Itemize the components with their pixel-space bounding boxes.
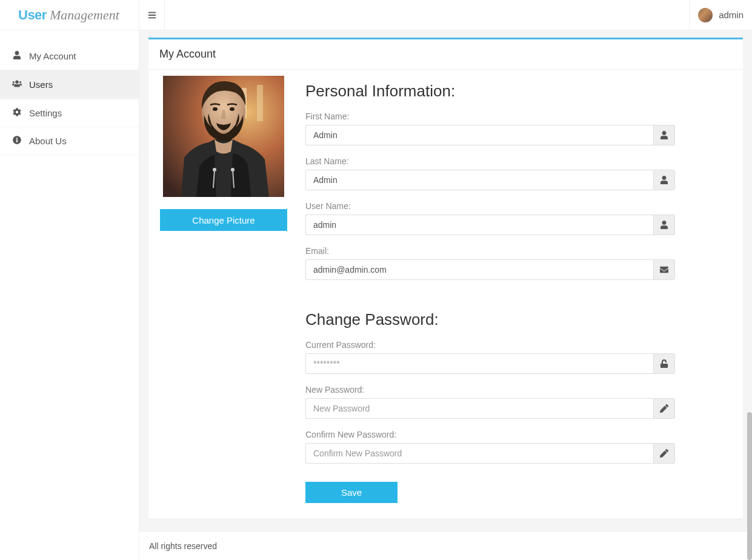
first-name-label: First Name:	[305, 112, 675, 121]
user-icon	[11, 51, 23, 61]
avatar-small	[698, 8, 713, 22]
unlock-icon	[653, 353, 675, 374]
sidebar-item-about-us[interactable]: About Us	[0, 127, 139, 155]
svg-point-8	[213, 107, 218, 111]
last-name-label: Last Name:	[305, 156, 675, 166]
page-title: My Account	[148, 39, 743, 70]
panel-body: Change Picture Personal Information: Fir…	[148, 70, 743, 519]
info-icon	[11, 136, 23, 146]
form-group-last-name: Last Name:	[305, 156, 675, 190]
form-group-confirm-password: Confirm New Password:	[305, 430, 675, 464]
form-column: Personal Information: First Name: Last N…	[305, 76, 675, 503]
sidebar-item-settings[interactable]: Settings	[0, 99, 139, 127]
form-group-email: Email:	[305, 246, 675, 280]
save-button[interactable]: Save	[305, 482, 398, 503]
new-password-label: New Password:	[305, 385, 675, 395]
form-group-first-name: First Name:	[305, 112, 675, 145]
section-personal-info-title: Personal Information:	[305, 82, 675, 101]
logo-user: User	[18, 7, 47, 23]
sidebar-item-label: My Account	[29, 51, 76, 61]
user-icon	[653, 170, 675, 190]
first-name-input[interactable]	[305, 125, 653, 145]
topbar: admin	[139, 0, 752, 30]
main-content: My Account	[139, 30, 752, 560]
current-password-input[interactable]	[305, 353, 653, 374]
footer-text: All rights reserved	[149, 541, 217, 551]
sidebar-item-label: Settings	[29, 108, 62, 118]
sidebar-item-label: About Us	[29, 136, 67, 146]
logo[interactable]: User Management	[0, 0, 139, 30]
pencil-icon	[653, 443, 675, 464]
nav-menu: My Account Users Settings About Us	[0, 30, 139, 155]
footer: All rights reserved	[139, 531, 752, 560]
menu-toggle-button[interactable]	[139, 0, 165, 30]
sidebar: User Management My Account Users Setting…	[0, 0, 139, 560]
last-name-input[interactable]	[305, 170, 653, 190]
svg-rect-2	[257, 85, 263, 121]
scrollbar[interactable]	[747, 412, 752, 560]
user-menu[interactable]: admin	[689, 0, 752, 30]
section-change-password-title: Change Password:	[305, 310, 675, 329]
sidebar-item-label: Users	[29, 79, 53, 90]
profile-picture	[163, 76, 284, 197]
confirm-password-input[interactable]	[305, 443, 653, 464]
account-panel: My Account	[148, 38, 743, 519]
logo-management: Management	[50, 7, 119, 23]
topbar-username: admin	[719, 10, 744, 20]
new-password-input[interactable]	[305, 398, 653, 419]
form-group-new-password: New Password:	[305, 385, 675, 419]
form-group-current-password: Current Password:	[305, 340, 675, 374]
user-name-input[interactable]	[305, 215, 653, 235]
form-group-user-name: User Name:	[305, 201, 675, 235]
user-icon	[653, 125, 675, 145]
sidebar-item-users[interactable]: Users	[0, 70, 139, 99]
confirm-password-label: Confirm New Password:	[305, 430, 675, 439]
gear-icon	[11, 108, 23, 118]
sidebar-item-my-account[interactable]: My Account	[0, 42, 139, 70]
users-icon	[11, 79, 23, 90]
hamburger-icon	[148, 11, 156, 19]
email-input[interactable]	[305, 259, 653, 280]
change-picture-button[interactable]: Change Picture	[160, 209, 287, 231]
pencil-icon	[653, 398, 675, 419]
envelope-icon	[653, 259, 675, 280]
profile-picture-column: Change Picture	[163, 76, 284, 503]
svg-point-9	[230, 107, 235, 111]
current-password-label: Current Password:	[305, 340, 675, 350]
user-icon	[653, 215, 675, 235]
user-name-label: User Name:	[305, 201, 675, 211]
email-label: Email:	[305, 246, 675, 256]
